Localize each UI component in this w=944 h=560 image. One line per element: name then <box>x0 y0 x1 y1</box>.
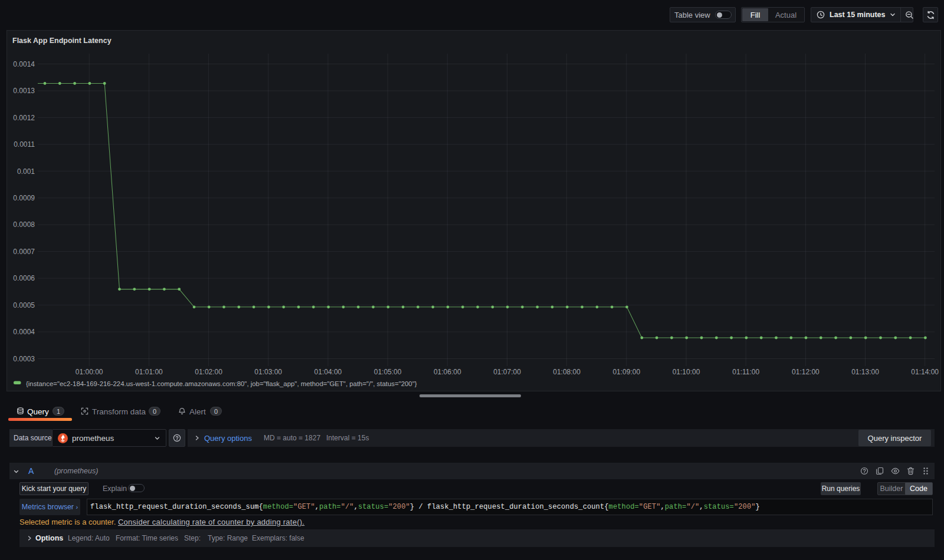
svg-text:0.0006: 0.0006 <box>13 274 35 282</box>
svg-text:0.0007: 0.0007 <box>13 248 35 256</box>
svg-text:01:07:00: 01:07:00 <box>493 368 521 376</box>
svg-text:{instance="ec2-184-169-216-224: {instance="ec2-184-169-216-224.us-west-1… <box>26 380 417 387</box>
svg-text:01:03:00: 01:03:00 <box>254 368 282 376</box>
svg-text:0.0004: 0.0004 <box>13 328 35 336</box>
svg-text:01:09:00: 01:09:00 <box>612 368 640 376</box>
svg-text:0.0013: 0.0013 <box>13 87 35 95</box>
svg-text:0.0003: 0.0003 <box>13 355 35 363</box>
svg-text:0.0011: 0.0011 <box>14 140 35 149</box>
svg-text:01:00:00: 01:00:00 <box>76 368 103 376</box>
svg-text:0.0009: 0.0009 <box>13 194 35 202</box>
svg-text:01:01:00: 01:01:00 <box>135 368 163 376</box>
svg-text:01:13:00: 01:13:00 <box>851 368 879 376</box>
svg-text:01:08:00: 01:08:00 <box>553 368 581 376</box>
svg-text:0.001: 0.001 <box>17 167 35 176</box>
svg-text:01:02:00: 01:02:00 <box>195 368 222 376</box>
svg-text:01:11:00: 01:11:00 <box>732 368 759 376</box>
svg-text:0.0005: 0.0005 <box>13 301 35 309</box>
svg-text:0.0008: 0.0008 <box>13 220 35 229</box>
svg-text:0.0014: 0.0014 <box>13 60 35 68</box>
svg-text:01:12:00: 01:12:00 <box>792 368 820 376</box>
svg-text:0.0012: 0.0012 <box>13 114 35 122</box>
svg-text:01:10:00: 01:10:00 <box>673 368 700 376</box>
svg-text:01:06:00: 01:06:00 <box>434 368 461 376</box>
svg-text:01:04:00: 01:04:00 <box>314 368 342 376</box>
svg-text:01:05:00: 01:05:00 <box>374 368 402 376</box>
svg-text:01:14:00: 01:14:00 <box>911 368 939 376</box>
